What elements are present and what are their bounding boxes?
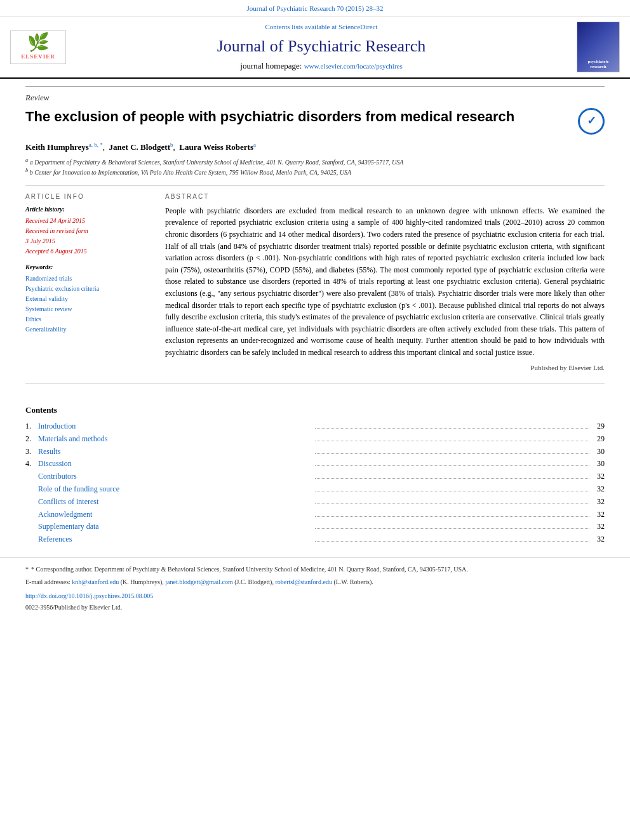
dots-8	[315, 516, 589, 517]
abstract-heading: ABSTRACT	[165, 192, 605, 201]
sciencedirect-link[interactable]: Contents lists available at ScienceDirec…	[66, 22, 577, 32]
dots-10	[315, 541, 589, 542]
article-info-col: ARTICLE INFO Article history: Received 2…	[25, 192, 152, 373]
dots-1	[315, 428, 589, 429]
crossmark-badge: ✓	[578, 108, 605, 135]
keyword-4: Systematic review	[25, 304, 152, 314]
section-label: Review	[25, 86, 605, 103]
dots-2	[315, 441, 589, 441]
article-title-row: The exclusion of people with psychiatric…	[25, 108, 605, 135]
abstract-text: People with psychiatric disorders are ex…	[165, 205, 605, 359]
journal-homepage: journal homepage: www.elsevier.com/locat…	[66, 60, 577, 72]
contents-row-3: 3. Results 30	[25, 446, 605, 457]
contents-row-7: Conflicts of interest 32	[25, 497, 605, 507]
contents-row-4: 4. Discussion 30	[25, 458, 605, 469]
journal-reference-bar: Journal of Psychiatric Research 70 (2015…	[0, 0, 630, 17]
dots-6	[315, 491, 589, 491]
email-1-link[interactable]: knh@stanford.edu	[72, 578, 119, 585]
keyword-5: Ethics	[25, 314, 152, 324]
article-title-text: The exclusion of people with psychiatric…	[25, 108, 578, 126]
corresponding-note-text: * Corresponding author. Department of Ps…	[31, 564, 468, 575]
article-info-heading: ARTICLE INFO	[25, 192, 152, 201]
article-info-abstract: ARTICLE INFO Article history: Received 2…	[25, 185, 605, 373]
journal-thumbnail: psychiatricresearch	[577, 22, 620, 72]
contents-row-6: Role of the funding source 32	[25, 484, 605, 495]
contents-label-3[interactable]: Results	[38, 446, 312, 457]
issn-text: 0022-3956/Published by Elsevier Ltd.	[25, 603, 605, 613]
contents-page-8: 32	[592, 509, 605, 520]
journal-thumb-label: psychiatricresearch	[587, 59, 608, 70]
contents-num-1: 1.	[25, 421, 38, 432]
email-2-link[interactable]: janet.blodgett@gmail.com	[165, 578, 232, 585]
keywords-heading: Keywords:	[25, 263, 152, 272]
received-revised-date: Received in revised form3 July 2015	[25, 226, 152, 246]
contents-page-3: 30	[592, 446, 605, 457]
dots-9	[315, 528, 589, 529]
contents-row-1: 1. Introduction 29	[25, 421, 605, 432]
elsevier-tree-icon: 🌿	[27, 34, 50, 51]
author-1-name: Keith Humphreys	[25, 142, 89, 152]
abstract-col: ABSTRACT People with psychiatric disorde…	[165, 192, 605, 373]
contents-page-1: 29	[592, 421, 605, 432]
keyword-2: Psychiatric exclusion criteria	[25, 284, 152, 294]
email-2-name: J.C. Blodgett	[237, 578, 271, 585]
main-content: Review The exclusion of people with psyc…	[0, 79, 630, 404]
email-addresses-line: E-mail addresses: knh@stanford.edu (K. H…	[25, 577, 605, 587]
dots-7	[315, 503, 589, 504]
dots-5	[315, 478, 589, 479]
dots-4	[315, 465, 589, 466]
published-by: Published by Elsevier Ltd.	[165, 363, 605, 373]
journal-homepage-url[interactable]: www.elsevier.com/locate/psychires	[304, 62, 403, 70]
contents-page-10: 32	[592, 534, 605, 545]
contents-label-8[interactable]: Acknowledgment	[38, 509, 312, 520]
contents-label-10[interactable]: References	[38, 534, 312, 545]
contents-label-9[interactable]: Supplementary data	[38, 521, 312, 532]
contents-label-1[interactable]: Introduction	[38, 421, 312, 432]
email-3-name: L.W. Roberts	[336, 578, 370, 585]
journal-title: Journal of Psychiatric Research	[66, 35, 577, 58]
contents-label-7[interactable]: Conflicts of interest	[38, 497, 312, 507]
contents-num-2: 2.	[25, 434, 38, 444]
email-3-link[interactable]: robertsl@stanford.edu	[275, 578, 332, 585]
accepted-date: Accepted 6 August 2015	[25, 246, 152, 257]
contents-row-5: Contributors 32	[25, 471, 605, 482]
contents-row-10: References 32	[25, 534, 605, 545]
keyword-6: Generalizability	[25, 324, 152, 335]
contents-page-5: 32	[592, 471, 605, 482]
contents-page-7: 32	[592, 497, 605, 507]
contents-heading: Contents	[25, 404, 605, 416]
authors-line: Keith Humphreysa, b, *, Janet C. Blodget…	[25, 141, 605, 154]
contents-row-8: Acknowledgment 32	[25, 509, 605, 520]
contents-num-3: 3.	[25, 446, 38, 457]
doi-link[interactable]: http://dx.doi.org/10.1016/j.jpsychires.2…	[25, 591, 605, 601]
footer-section: * * Corresponding author. Department of …	[0, 557, 630, 619]
contents-num-4: 4.	[25, 458, 38, 469]
corresponding-note: * * Corresponding author. Department of …	[25, 564, 605, 575]
contents-label-5[interactable]: Contributors	[38, 471, 312, 482]
contents-page-9: 32	[592, 521, 605, 532]
keyword-3: External validity	[25, 294, 152, 304]
elsevier-label: ELSEVIER	[21, 53, 55, 61]
affiliation-b: b b Center for Innovation to Implementat…	[25, 167, 605, 177]
affiliation-a: a a Department of Psychiatry & Behaviora…	[25, 157, 605, 167]
journal-header: 🌿 ELSEVIER Contents lists available at S…	[0, 17, 630, 79]
contents-page-6: 32	[592, 484, 605, 495]
elsevier-logo-box: 🌿 ELSEVIER	[10, 30, 66, 64]
keyword-1: Randomized trials	[25, 274, 152, 284]
contents-row-2: 2. Materials and methods 29	[25, 434, 605, 444]
contents-label-4[interactable]: Discussion	[38, 458, 312, 469]
contents-label-6[interactable]: Role of the funding source	[38, 484, 312, 495]
contents-page-2: 29	[592, 434, 605, 444]
article-history-heading: Article history:	[25, 205, 152, 214]
received-date: Received 24 April 2015	[25, 216, 152, 226]
divider-1	[25, 383, 605, 384]
journal-ref-text: Journal of Psychiatric Research 70 (2015…	[246, 4, 383, 12]
journal-center: Contents lists available at ScienceDirec…	[66, 22, 577, 72]
contents-section: Contents 1. Introduction 29 2. Materials…	[0, 404, 630, 545]
asterisk-icon: *	[25, 564, 29, 575]
contents-label-2[interactable]: Materials and methods	[38, 434, 312, 444]
contents-page-4: 30	[592, 458, 605, 469]
dots-3	[315, 453, 589, 454]
author-2-name: Janet C. Blodgett	[109, 142, 170, 152]
contents-row-9: Supplementary data 32	[25, 521, 605, 532]
